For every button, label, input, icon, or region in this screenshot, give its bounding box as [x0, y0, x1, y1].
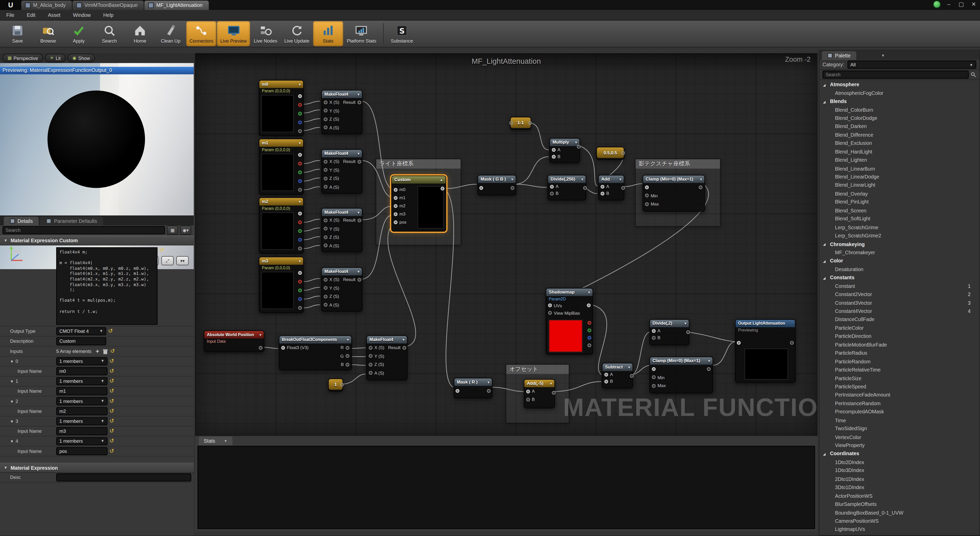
pin-output[interactable]	[259, 346, 262, 350]
pin-m2[interactable]	[394, 204, 398, 208]
pin-a[interactable]	[324, 185, 328, 189]
palette-item[interactable]: Lerp_ScratchGrime2	[819, 232, 980, 240]
pin-output[interactable]	[511, 186, 514, 190]
pin-output[interactable]	[686, 330, 690, 334]
tab-details[interactable]: Details	[4, 217, 39, 225]
palette-item[interactable]: Blend_Exclusion	[819, 139, 980, 147]
material-graph[interactable]: MATERIAL FUNCTION ライト座標系 影テクスチャ座標系 オフセット	[195, 53, 818, 436]
pin-g[interactable]	[587, 328, 591, 332]
palette-item[interactable]: AtmosphericFogColor	[819, 89, 980, 97]
pin-a[interactable]	[605, 373, 608, 376]
expander-icon[interactable]: ▼	[10, 360, 14, 364]
pin-rgba-output[interactable]	[587, 303, 591, 307]
desc-field[interactable]	[56, 473, 191, 481]
pin-z[interactable]	[324, 117, 328, 121]
palette-item[interactable]: ParticleRadius	[819, 349, 980, 357]
node-clamp-1[interactable]: Clamp (Min=0) (Max=1)▾ Min Max	[643, 175, 705, 212]
pin-output[interactable]	[621, 151, 625, 155]
pin-input[interactable]	[479, 186, 483, 190]
node-m2[interactable]: m2▾ Param (0,0,0,0)	[259, 197, 304, 254]
pin-b[interactable]	[526, 398, 530, 401]
palette-item[interactable]: Blend_LinearBurn	[819, 165, 980, 173]
pin-b[interactable]	[652, 336, 655, 339]
pin-b[interactable]	[552, 154, 555, 159]
live-preview-button[interactable]: Live Preview	[217, 21, 250, 46]
pin-r[interactable]	[587, 321, 591, 325]
pin-output[interactable]	[630, 374, 634, 378]
reset-to-default-icon[interactable]: ↺	[110, 419, 114, 424]
reset-to-default-icon[interactable]: ↺	[110, 448, 114, 454]
reset-to-default-icon[interactable]: ↺	[110, 438, 114, 444]
pin-y[interactable]	[324, 227, 328, 231]
node-output-lightattenuation[interactable]: Output LightAttenuation Previewing	[735, 319, 796, 383]
pin-output[interactable]	[528, 121, 532, 125]
pin-g[interactable]	[298, 171, 302, 174]
palette-item[interactable]: Blend_HardLight	[819, 147, 980, 156]
palette-item[interactable]: Desaturation	[819, 265, 980, 274]
pin-z[interactable]	[324, 235, 328, 239]
pin-rgba[interactable]	[298, 153, 302, 157]
pin-max[interactable]	[652, 384, 655, 388]
node-multiply[interactable]: Multiply▾ A B	[549, 138, 580, 163]
close-button[interactable]: ✕	[969, 1, 978, 7]
doc-tab-m-alicia-body[interactable]: M_Alicia_body	[21, 0, 72, 10]
expander-icon[interactable]: ▼	[10, 380, 14, 384]
pin-x[interactable]	[324, 278, 328, 282]
pin-b[interactable]	[600, 192, 605, 195]
palette-item[interactable]: Blend_Difference	[819, 131, 980, 139]
pin-r[interactable]	[298, 103, 302, 107]
home-button[interactable]: Home	[125, 21, 155, 46]
input-name-field[interactable]: m3	[56, 427, 107, 435]
pin-b[interactable]	[605, 379, 608, 383]
pin-g[interactable]	[298, 289, 302, 292]
reset-to-default-icon[interactable]: ↺	[110, 409, 114, 414]
reset-to-default-icon[interactable]: ↺	[110, 358, 114, 364]
palette-item[interactable]: Blend_ColorBurn	[819, 106, 980, 114]
palette-item[interactable]: LightmapUVs	[819, 525, 980, 534]
palette-item[interactable]: ◢ Coordinates	[819, 450, 980, 458]
palette-item[interactable]: Blend_Darken	[819, 122, 980, 131]
pin-b[interactable]	[298, 121, 302, 124]
connectors-button[interactable]: Connectors	[186, 21, 216, 46]
node-constant-one[interactable]: 1	[328, 378, 343, 392]
pin-a[interactable]	[324, 126, 328, 130]
palette-item[interactable]: Blend_Screen	[819, 206, 980, 215]
palette-item[interactable]: Time	[819, 416, 980, 425]
pin-rgba[interactable]	[298, 94, 302, 98]
pin-y[interactable]	[324, 286, 328, 290]
pin-b[interactable]	[550, 192, 554, 195]
palette-item[interactable]: CameraPositionWS	[819, 517, 980, 525]
palette-item[interactable]: Blend_LinearLight	[819, 181, 980, 190]
palette-item[interactable]: ParticleDirection	[819, 332, 980, 341]
node-m0[interactable]: m0▾ Param (0,0,0,0)	[259, 80, 304, 136]
palette-item[interactable]: ◢ Color	[819, 257, 980, 265]
stats-button[interactable]: Stats	[313, 21, 343, 46]
expander-icon[interactable]: ▼	[10, 400, 14, 403]
palette-item[interactable]: Blend_ColorDodge	[819, 114, 980, 123]
pin-output[interactable]	[340, 383, 344, 387]
menu-file[interactable]: File	[0, 12, 21, 18]
palette-item[interactable]: Blend_PinLight	[819, 198, 980, 206]
reset-to-default-icon[interactable]: ↺	[110, 398, 114, 404]
clean-up-button[interactable]: Clean Up	[156, 21, 186, 46]
minimize-button[interactable]: –	[944, 1, 953, 7]
reset-to-default-icon[interactable]: ↺	[108, 328, 113, 334]
maximize-button[interactable]: ▢	[957, 1, 966, 7]
palette-item[interactable]: 1Dto2DIndex	[819, 458, 980, 467]
pin-b[interactable]	[298, 297, 302, 301]
pin-x[interactable]	[324, 160, 328, 163]
pin-input[interactable]	[645, 186, 649, 189]
pin-b[interactable]	[345, 363, 349, 366]
live-update-button[interactable]: Live Update	[281, 21, 313, 46]
menu-edit[interactable]: Edit	[21, 12, 42, 18]
reset-to-default-icon[interactable]: ↺	[110, 389, 114, 394]
palette-item[interactable]: VertexColor	[819, 433, 980, 441]
palette-item[interactable]: PerInstanceFadeAmount	[819, 391, 980, 400]
node-constant2-half[interactable]: 0.5,0.5	[596, 147, 624, 160]
pin-a[interactable]	[587, 344, 591, 347]
pin-z[interactable]	[369, 363, 372, 366]
palette-item[interactable]: ParticleMotionBlurFade	[819, 341, 980, 349]
pin-float3[interactable]	[281, 346, 285, 350]
output-type-dropdown[interactable]: CMOT Float 4 ▼	[56, 327, 106, 335]
palette-item[interactable]: ParticleSpeed	[819, 383, 980, 391]
